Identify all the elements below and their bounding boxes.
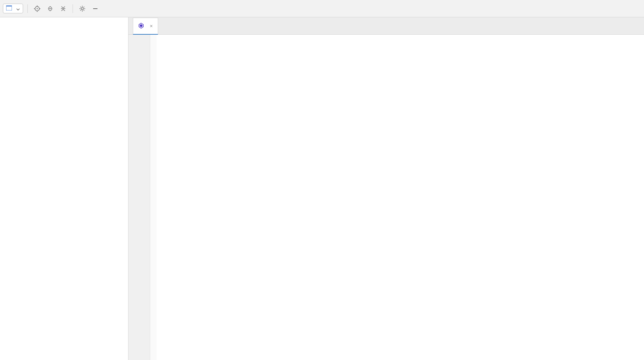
- locate-icon[interactable]: [32, 4, 42, 14]
- tab-close-icon[interactable]: ×: [150, 23, 153, 29]
- svg-marker-9: [140, 24, 143, 27]
- code-area[interactable]: [157, 35, 644, 360]
- main-area: ×: [0, 17, 644, 360]
- hide-icon[interactable]: [90, 4, 100, 14]
- project-tree[interactable]: [0, 17, 129, 360]
- svg-point-6: [81, 8, 83, 10]
- svg-rect-5: [61, 8, 65, 9]
- project-toolbar: [0, 0, 644, 17]
- fold-column[interactable]: [150, 35, 157, 360]
- project-window-icon: [6, 5, 12, 12]
- chevron-down-icon: [16, 5, 20, 12]
- settings-icon[interactable]: [77, 4, 87, 14]
- editor-tabs: ×: [129, 17, 644, 35]
- svg-point-3: [37, 8, 38, 9]
- editor-pane: ×: [129, 17, 644, 360]
- tab-eslintrc[interactable]: ×: [133, 18, 158, 35]
- expand-all-icon[interactable]: [45, 4, 55, 14]
- editor-body[interactable]: [129, 35, 644, 360]
- svg-rect-1: [6, 5, 12, 7]
- eslint-icon: [138, 23, 144, 30]
- line-number-gutter[interactable]: [129, 35, 150, 360]
- svg-rect-7: [93, 8, 97, 9]
- collapse-all-icon[interactable]: [58, 4, 68, 14]
- project-selector[interactable]: [3, 4, 23, 13]
- svg-rect-4: [48, 8, 52, 9]
